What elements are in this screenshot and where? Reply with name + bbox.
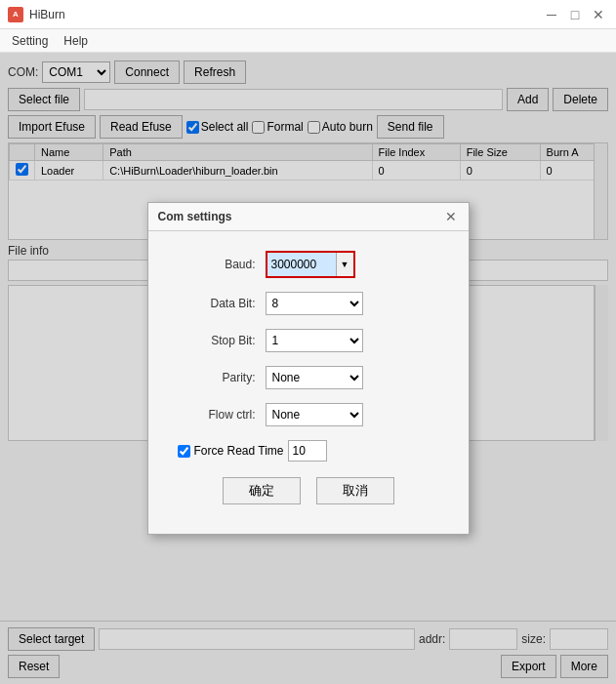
baud-dropdown-arrow[interactable]: ▼	[336, 253, 353, 276]
title-bar: A HiBurn ─ □ ✕	[0, 0, 616, 29]
force-read-time-checkbox[interactable]	[178, 445, 190, 458]
main-content: COM: COM1 Connect Refresh Select file Ad…	[0, 53, 616, 684]
modal-titlebar: Com settings ✕	[148, 203, 469, 231]
force-read-time-row: Force Read Time	[178, 440, 439, 462]
minimize-button[interactable]: ─	[542, 5, 561, 24]
confirm-button[interactable]: 确定	[223, 477, 301, 504]
cancel-button[interactable]: 取消	[316, 477, 394, 504]
flow-ctrl-field: Flow ctrl: None RTS/CTS XON/XOFF	[178, 403, 439, 426]
parity-field: Parity: None Even Odd Mark Space	[178, 366, 439, 389]
menu-item-help[interactable]: Help	[56, 32, 96, 50]
data-bit-label: Data Bit:	[178, 297, 256, 310]
close-button[interactable]: ✕	[589, 5, 608, 24]
baud-field: Baud: ▼	[178, 251, 439, 278]
parity-select[interactable]: None Even Odd Mark Space	[266, 366, 363, 389]
stop-bit-label: Stop Bit:	[178, 334, 256, 347]
baud-input[interactable]	[267, 253, 336, 276]
app-title: HiBurn	[29, 8, 542, 21]
force-read-time-input[interactable]	[288, 440, 327, 462]
data-bit-field: Data Bit: 8 7 6 5	[178, 292, 439, 315]
menu-item-setting[interactable]: Setting	[4, 32, 56, 50]
flow-ctrl-label: Flow ctrl:	[178, 408, 256, 422]
modal-buttons: 确定 取消	[178, 477, 439, 514]
modal-title: Com settings	[158, 210, 232, 223]
baud-input-wrapper: ▼	[266, 251, 355, 278]
app-icon: A	[8, 7, 23, 22]
force-read-time-label: Force Read Time	[194, 444, 284, 458]
modal-close-button[interactable]: ✕	[443, 209, 459, 224]
data-bit-select[interactable]: 8 7 6 5	[266, 292, 363, 315]
flow-ctrl-select[interactable]: None RTS/CTS XON/XOFF	[266, 403, 363, 426]
parity-label: Parity:	[178, 371, 256, 384]
menu-bar: Setting Help	[0, 29, 616, 53]
maximize-button[interactable]: □	[565, 5, 585, 24]
window-controls: ─ □ ✕	[542, 5, 608, 24]
stop-bit-select[interactable]: 1 1.5 2	[266, 329, 363, 352]
modal-overlay: Com settings ✕ Baud: ▼ Data Bit: 8	[0, 53, 616, 684]
stop-bit-field: Stop Bit: 1 1.5 2	[178, 329, 439, 352]
baud-label: Baud:	[178, 258, 256, 271]
com-settings-modal: Com settings ✕ Baud: ▼ Data Bit: 8	[147, 202, 470, 535]
modal-body: Baud: ▼ Data Bit: 8 7 6 5	[148, 231, 469, 534]
